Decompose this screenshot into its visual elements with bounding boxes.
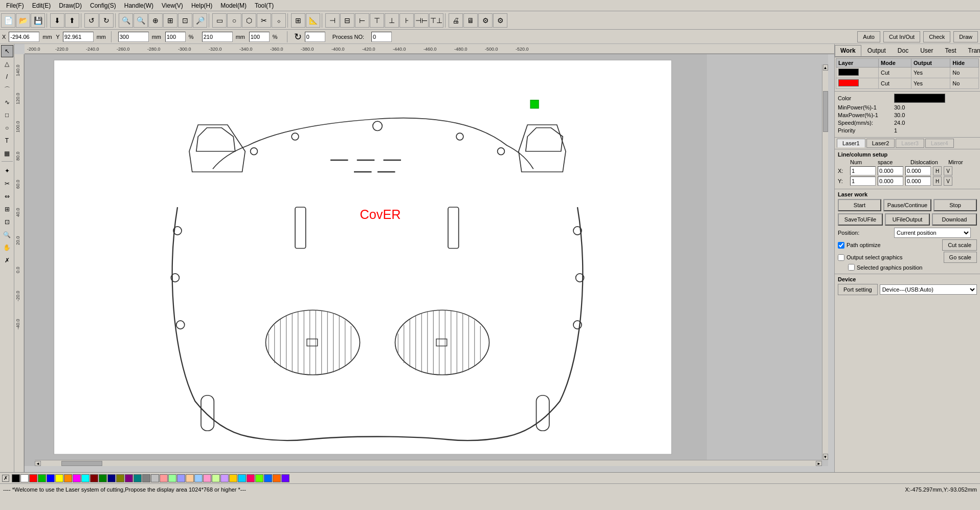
settings2-button[interactable]: ⚙ (493, 13, 507, 28)
menu-view[interactable]: View(V) (158, 1, 187, 10)
auto-button[interactable]: Auto (857, 31, 880, 42)
x-dislo-input[interactable] (905, 166, 931, 175)
hscroll-left[interactable]: ◄ (35, 461, 41, 466)
rotate-icon[interactable]: ↻ (294, 31, 302, 42)
position-select[interactable]: Current position (894, 228, 971, 238)
mirror-tool[interactable]: ⇔ (1, 190, 13, 203)
zoom-fit2-button[interactable]: ⊕ (148, 13, 163, 28)
tab-test[interactable]: Test (940, 45, 962, 56)
x-input[interactable] (9, 32, 39, 42)
monitor-button[interactable]: 🖥 (463, 13, 478, 28)
tab-output[interactable]: Output (862, 45, 892, 56)
cut-tool[interactable]: ✂ (257, 13, 271, 28)
download-button[interactable]: Download (932, 213, 977, 226)
polygon-tool[interactable]: ⬡ (242, 13, 256, 28)
save-to-u-button[interactable]: SaveToUFile (838, 213, 883, 226)
laser3-tab[interactable]: Laser3 (896, 139, 924, 148)
process-input[interactable] (371, 32, 392, 42)
color-swatch-amber[interactable] (273, 474, 281, 482)
table-row[interactable]: Cut Yes No (836, 78, 979, 89)
port-setting-button[interactable]: Port setting (838, 284, 878, 295)
circle-tool[interactable]: ○ (227, 13, 241, 28)
cut-scale-button[interactable]: Cut scale (942, 239, 977, 251)
menu-model[interactable]: Model(M) (216, 1, 251, 10)
menu-file[interactable]: File(F) (2, 1, 28, 10)
zoom-tool[interactable]: 🔍 (1, 229, 13, 241)
height-input[interactable] (202, 32, 233, 42)
vscroll-down[interactable]: ▼ (823, 454, 828, 460)
y-space-input[interactable] (878, 176, 903, 186)
color-swatch-orange[interactable] (64, 474, 72, 482)
cut-inout-button[interactable]: Cut In/Out (883, 31, 920, 42)
menu-config[interactable]: Config(S) (86, 1, 120, 10)
vscroll-thumb[interactable] (823, 91, 828, 132)
stop-button[interactable]: Stop (933, 199, 977, 211)
polyline-tool[interactable]: ⌒ (1, 83, 13, 96)
u-file-output-button[interactable]: UFileOutput (885, 213, 930, 226)
rect-shape[interactable]: □ (1, 109, 13, 121)
vscroll-up[interactable]: ▲ (823, 64, 828, 71)
width-input[interactable] (118, 32, 149, 42)
color-swatch-olive[interactable] (116, 474, 124, 482)
tab-transform[interactable]: Transform (963, 45, 980, 56)
color-swatch-darkred[interactable] (90, 474, 98, 482)
color-swatch-lightblue[interactable] (177, 474, 185, 482)
hscroll-thumb[interactable] (61, 461, 102, 466)
color-swatch-purple[interactable] (125, 474, 133, 482)
save-button[interactable]: 💾 (31, 13, 45, 28)
selected-graphics-checkbox[interactable] (848, 264, 855, 271)
color-value[interactable] (894, 94, 945, 103)
color-swatch-magenta[interactable] (73, 474, 81, 482)
menu-help[interactable]: Help(H) (187, 1, 216, 10)
y-v-button[interactable]: V (944, 176, 952, 186)
node-edit-tool[interactable]: ⬦ (272, 13, 286, 28)
path-optimize-checkbox[interactable] (838, 242, 844, 249)
zoom-in-button[interactable]: 🔍 (119, 13, 133, 28)
distribute-h[interactable]: ⊣⊢ (414, 13, 429, 28)
laser2-tab[interactable]: Laser2 (866, 139, 895, 148)
device-select[interactable]: Device---(USB:Auto) (880, 284, 977, 295)
star-tool[interactable]: ✦ (1, 165, 13, 177)
x-num-input[interactable] (850, 166, 876, 175)
import-button[interactable]: ⬇ (50, 13, 64, 28)
array-tool[interactable]: ⊞ (291, 13, 305, 28)
start-button[interactable]: Start (838, 199, 881, 211)
distribute-v[interactable]: ⊤⊥ (429, 13, 443, 28)
color-swatch-mint[interactable] (212, 474, 220, 482)
color-swatch-azure[interactable] (264, 474, 272, 482)
hscroll[interactable]: ◄ ► (35, 460, 822, 466)
color-swatch-pink[interactable] (203, 474, 211, 482)
menu-edit[interactable]: Edit(E) (28, 1, 55, 10)
color-swatch-green[interactable] (38, 474, 46, 482)
menu-tool[interactable]: Tool(T) (251, 1, 278, 10)
zoom-out-button[interactable]: 🔍 (133, 13, 148, 28)
color-swatch-lightgreen[interactable] (168, 474, 176, 482)
color-swatch-teal[interactable] (133, 474, 142, 482)
open-button[interactable]: 📂 (16, 13, 30, 28)
vscroll[interactable]: ▲ ▼ (822, 64, 828, 460)
y-num-input[interactable] (850, 176, 876, 186)
text-tool[interactable]: T (1, 135, 13, 147)
color-swatch-gold[interactable] (229, 474, 237, 482)
color-swatch-yellow[interactable] (55, 474, 63, 482)
color-swatch-skyblue[interactable] (194, 474, 203, 482)
group-tool[interactable]: ⊡ (1, 216, 13, 228)
y-h-button[interactable]: H (933, 176, 942, 186)
color-swatch-white[interactable] (20, 474, 29, 482)
y-dislo-input[interactable] (905, 176, 931, 186)
check-button[interactable]: Check (923, 31, 950, 42)
color-swatch-red[interactable] (29, 474, 37, 482)
menu-draw[interactable]: Draw(D) (55, 1, 86, 10)
align-center-v[interactable]: ⊥ (385, 13, 399, 28)
hatch-tool[interactable]: ▦ (1, 147, 13, 160)
cut2-tool[interactable]: ✂ (1, 178, 13, 190)
array2-tool[interactable]: ⊞ (1, 203, 13, 215)
redo-button[interactable]: ↻ (99, 13, 114, 28)
pct-h-input[interactable] (249, 32, 270, 42)
print-button[interactable]: 🖨 (449, 13, 463, 28)
node-tool[interactable]: △ (1, 58, 13, 70)
zoom-actual-button[interactable]: ⊡ (178, 13, 192, 28)
undo-button[interactable]: ↺ (84, 13, 99, 28)
color-swatch-darkblue[interactable] (107, 474, 116, 482)
align-bottom[interactable]: ⊦ (399, 13, 414, 28)
